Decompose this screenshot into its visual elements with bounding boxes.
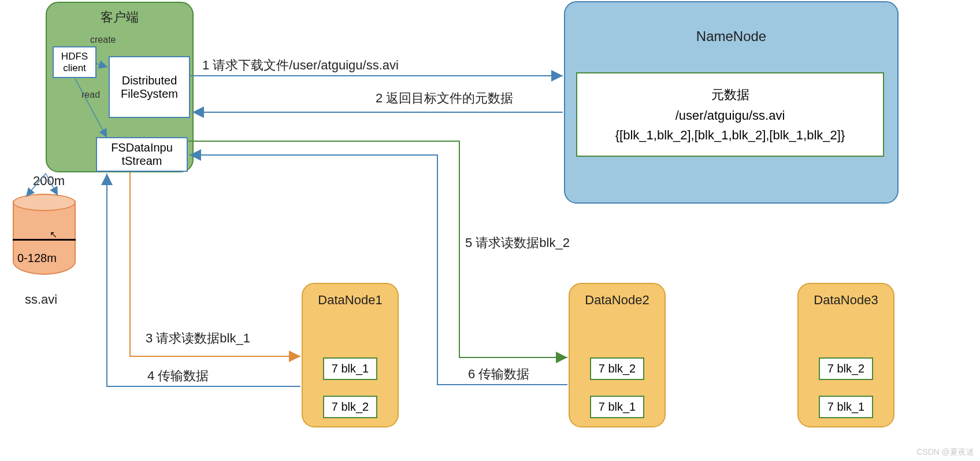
datanode1-title: DataNode1 bbox=[303, 293, 398, 308]
namenode-title: NameNode bbox=[565, 28, 897, 45]
arrow3-label: 3 请求读数据blk_1 bbox=[146, 330, 250, 347]
dn2-blk-b: 7 blk_1 bbox=[590, 396, 644, 418]
client-size-label: 200m bbox=[33, 174, 65, 189]
datanode2-title: DataNode2 bbox=[570, 293, 665, 308]
client-title: 客户端 bbox=[47, 9, 192, 26]
read-label: read bbox=[81, 90, 100, 100]
arrow1-label: 1 请求下载文件/user/atguigu/ss.avi bbox=[202, 57, 399, 74]
watermark: CSDN @夏夜迷 bbox=[916, 447, 974, 458]
arrow4-label: 4 传输数据 bbox=[147, 367, 209, 385]
dn1-blk-b: 7 blk_2 bbox=[323, 396, 377, 418]
arrow6-label: 6 传输数据 bbox=[468, 366, 529, 383]
datanode3-title: DataNode3 bbox=[799, 293, 893, 308]
cursor-icon: ↖ bbox=[50, 229, 57, 240]
metadata-title: 元数据 bbox=[711, 86, 749, 104]
metadata-blocks: {[blk_1,blk_2],[blk_1,blk_2],[blk_1,blk_… bbox=[615, 128, 845, 143]
dn3-blk-a: 7 blk_2 bbox=[819, 357, 873, 380]
hdfs-client-box: HDFS client bbox=[53, 46, 96, 78]
arrow5-label: 5 请求读数据blk_2 bbox=[465, 234, 570, 252]
disk-file: ss.avi bbox=[25, 292, 57, 307]
fsdatainputstream-box: FSDataInpu tStream bbox=[96, 137, 188, 172]
create-label: create bbox=[90, 35, 116, 45]
disk-range: 0-128m bbox=[17, 252, 57, 265]
metadata-box: 元数据 /user/atguigu/ss.avi {[blk_1,blk_2],… bbox=[576, 72, 884, 157]
distributed-filesystem-box: Distributed FileSystem bbox=[109, 56, 190, 118]
arrow2-label: 2 返回目标文件的元数据 bbox=[376, 90, 513, 107]
dn3-blk-b: 7 blk_1 bbox=[819, 396, 873, 418]
metadata-path: /user/atguigu/ss.avi bbox=[675, 108, 785, 123]
disk-cylinder: 0-128m bbox=[13, 194, 73, 281]
dn2-blk-a: 7 blk_2 bbox=[590, 357, 644, 380]
dn1-blk-a: 7 blk_1 bbox=[323, 357, 377, 380]
